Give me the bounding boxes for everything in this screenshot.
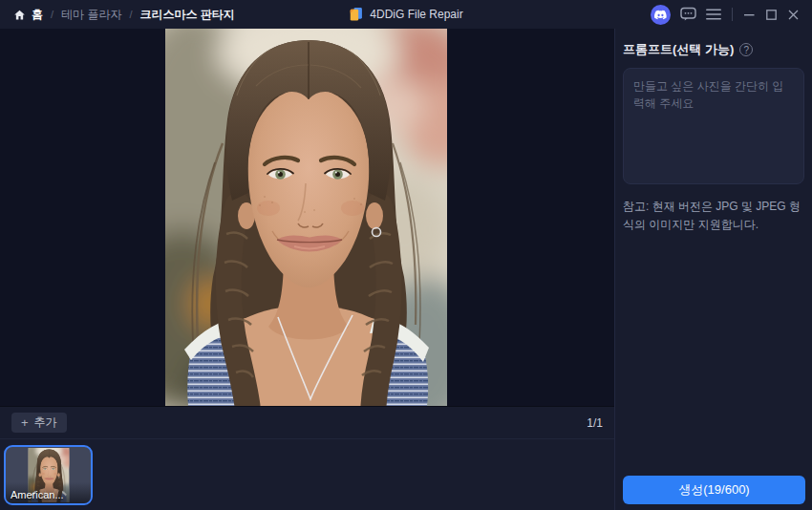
app-title-label: 4DDiG File Repair xyxy=(370,8,462,21)
add-image-button[interactable]: + 추가 xyxy=(11,413,67,433)
breadcrumb-home[interactable]: 홈 xyxy=(13,7,43,23)
discord-button[interactable] xyxy=(646,0,674,29)
breadcrumb-separator: / xyxy=(51,9,53,20)
file-toolbar: + 추가 1/1 xyxy=(0,406,614,438)
breadcrumb-separator: / xyxy=(129,9,132,20)
maximize-button[interactable] xyxy=(760,0,782,29)
title-bar: 홈 / 테마 플라자 / 크리스마스 판타지 4DDiG File Repair xyxy=(0,0,812,29)
portrait-artwork xyxy=(165,29,447,406)
prompt-panel-header: 프롬프트(선택 가능) ? xyxy=(623,41,804,58)
maximize-icon xyxy=(766,10,777,20)
thumbnail-caption: American... xyxy=(11,489,64,500)
close-button[interactable] xyxy=(782,0,804,29)
prompt-panel-title: 프롬프트(선택 가능) xyxy=(623,41,734,58)
breadcrumb-current-page: 크리스마스 판타지 xyxy=(139,7,234,23)
minimize-button[interactable] xyxy=(738,0,760,29)
window-controls xyxy=(646,0,812,29)
feedback-button[interactable] xyxy=(674,0,701,29)
prompt-panel: 프롬프트(선택 가능) ? 참고: 현재 버전은 JPG 및 JPEG 형식의 … xyxy=(614,29,812,510)
breadcrumb: 홈 / 테마 플라자 / 크리스마스 판타지 xyxy=(0,7,235,23)
add-image-label: 추가 xyxy=(34,414,57,431)
menu-button[interactable] xyxy=(701,0,726,29)
controls-divider xyxy=(732,8,733,21)
discord-icon xyxy=(651,5,671,25)
home-icon xyxy=(13,9,26,21)
help-icon[interactable]: ? xyxy=(739,43,753,56)
minimize-icon xyxy=(744,10,755,20)
close-icon xyxy=(788,10,799,20)
app-title: 4DDiG File Repair xyxy=(349,0,462,29)
chat-bubble-icon xyxy=(680,7,696,22)
thumbnail-strip: American... xyxy=(0,438,614,510)
breadcrumb-theme-plaza[interactable]: 테마 플라자 xyxy=(61,7,121,23)
app-logo-icon xyxy=(349,7,363,22)
generate-button[interactable]: 생성(19/600) xyxy=(623,476,805,504)
portrait-image xyxy=(165,29,447,406)
breadcrumb-home-label: 홈 xyxy=(32,7,43,23)
hamburger-menu-icon xyxy=(706,9,721,20)
plus-icon: + xyxy=(21,416,29,429)
prompt-input[interactable] xyxy=(623,68,804,184)
format-note: 참고: 현재 버전은 JPG 및 JPEG 형식의 이미지만 지원합니다. xyxy=(623,198,804,233)
preview-canvas xyxy=(0,29,614,406)
page-indicator: 1/1 xyxy=(587,416,603,430)
thumbnail-selected[interactable]: American... xyxy=(4,445,93,505)
